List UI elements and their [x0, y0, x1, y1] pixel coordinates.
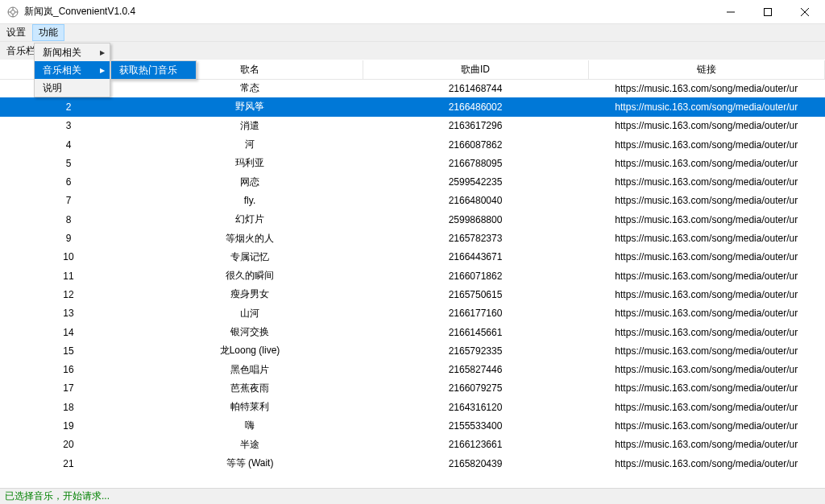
- cell-idx: 17: [0, 379, 137, 398]
- table-row[interactable]: 8幻灯片2599868800https://music.163.com/song…: [0, 210, 825, 229]
- cell-idx: 21: [0, 454, 137, 473]
- menu-item-label: 新闻相关: [43, 46, 81, 60]
- cell-link: https://music.163.com/song/media/outer/u…: [588, 248, 825, 266]
- cell-id: 2164316120: [363, 398, 588, 416]
- cell-name: 山河: [137, 304, 363, 323]
- table-row[interactable]: 18帕特莱利2164316120https://music.163.com/so…: [0, 398, 825, 416]
- maximize-button[interactable]: [749, 0, 786, 24]
- music-table: 歌名 歌曲ID 链接 常态2161468744https://music.163…: [0, 60, 825, 488]
- cell-name: 嗨: [137, 416, 363, 435]
- table-row[interactable]: 6网恋2599542235https://music.163.com/song/…: [0, 172, 825, 191]
- cell-link: https://music.163.com/song/media/outer/u…: [588, 117, 825, 135]
- table-row[interactable]: 10专属记忆2166443671https://music.163.com/so…: [0, 248, 825, 266]
- table-row[interactable]: 19嗨2155533400https://music.163.com/song/…: [0, 416, 825, 435]
- table-row[interactable]: 13山河2166177160https://music.163.com/song…: [0, 304, 825, 323]
- cell-idx: 14: [0, 323, 137, 341]
- cell-name: 银河交换: [137, 323, 363, 341]
- table-row[interactable]: 常态2161468744https://music.163.com/song/m…: [0, 79, 825, 97]
- cell-idx: 3: [0, 117, 137, 135]
- table-row[interactable]: 17芭蕉夜雨2166079275https://music.163.com/so…: [0, 379, 825, 398]
- table-row[interactable]: 21等等 (Wait)2165820439https://music.163.c…: [0, 454, 825, 473]
- cell-id: 2166788095: [363, 154, 588, 172]
- chevron-right-icon: ▶: [100, 67, 105, 74]
- cell-id: 2165827446: [363, 360, 588, 378]
- cell-idx: 18: [0, 398, 137, 416]
- table-row[interactable]: 15龙Loong (live)2165792335https://music.1…: [0, 341, 825, 360]
- cell-id: 2165750615: [363, 285, 588, 304]
- cell-link: https://music.163.com/song/media/outer/u…: [588, 436, 825, 454]
- cell-link: https://music.163.com/song/media/outer/u…: [588, 341, 825, 360]
- secondary-bar: 音乐栏: [0, 42, 825, 60]
- menu-item-news[interactable]: 新闻相关 ▶: [35, 43, 110, 61]
- status-text: 已选择音乐，开始请求...: [5, 490, 110, 503]
- minimize-button[interactable]: [712, 0, 749, 24]
- cell-name: 消遣: [137, 117, 363, 135]
- cell-name: 帕特莱利: [137, 398, 363, 416]
- cell-id: 2165792335: [363, 341, 588, 360]
- table-row[interactable]: 2野风筝2166486002https://music.163.com/song…: [0, 97, 825, 116]
- cell-idx: 10: [0, 248, 137, 266]
- cell-id: 2166123661: [363, 436, 588, 454]
- cell-name: 常态: [137, 79, 363, 97]
- column-link[interactable]: 链接: [588, 60, 825, 79]
- table-row[interactable]: 11很久的瞬间2166071862https://music.163.com/s…: [0, 266, 825, 285]
- table-row[interactable]: 7fly.2166480040https://music.163.com/son…: [0, 192, 825, 210]
- table-row[interactable]: 9等烟火的人2165782373https://music.163.com/so…: [0, 229, 825, 247]
- menu-item-label: 音乐相关: [43, 64, 81, 77]
- table-row[interactable]: 5玛利亚2166788095https://music.163.com/song…: [0, 154, 825, 172]
- cell-idx: 2: [0, 97, 137, 116]
- close-button[interactable]: [786, 0, 823, 24]
- submenu-item-fetch-hot-music[interactable]: 获取热门音乐: [111, 61, 196, 79]
- table-row[interactable]: 12瘦身男女2165750615https://music.163.com/so…: [0, 285, 825, 304]
- cell-link: https://music.163.com/song/media/outer/u…: [588, 360, 825, 378]
- table-row[interactable]: 3消遣2163617296https://music.163.com/song/…: [0, 117, 825, 135]
- cell-link: https://music.163.com/song/media/outer/u…: [588, 135, 825, 154]
- dropdown-menu: 新闻相关 ▶ 音乐相关 ▶ 说明: [34, 43, 110, 97]
- cell-name: 专属记忆: [137, 248, 363, 266]
- cell-id: 2165820439: [363, 454, 588, 473]
- cell-id: 2165782373: [363, 229, 588, 247]
- menu-functions[interactable]: 功能: [32, 24, 64, 41]
- cell-name: 野风筝: [137, 97, 363, 116]
- cell-link: https://music.163.com/song/media/outer/u…: [588, 304, 825, 323]
- secondary-bar-label: 音乐栏: [6, 44, 35, 58]
- table-row[interactable]: 16黑色唱片2165827446https://music.163.com/so…: [0, 360, 825, 378]
- cell-link: https://music.163.com/song/media/outer/u…: [588, 416, 825, 435]
- menu-item-music[interactable]: 音乐相关 ▶: [35, 61, 110, 79]
- cell-id: 2166443671: [363, 248, 588, 266]
- submenu-item-label: 获取热门音乐: [119, 64, 177, 77]
- cell-idx: 20: [0, 436, 137, 454]
- cell-name: 很久的瞬间: [137, 266, 363, 285]
- cell-link: https://music.163.com/song/media/outer/u…: [588, 97, 825, 116]
- cell-idx: 12: [0, 285, 137, 304]
- cell-name: 黑色唱片: [137, 360, 363, 378]
- cell-name: 龙Loong (live): [137, 341, 363, 360]
- app-icon: [6, 6, 19, 19]
- svg-point-1: [11, 10, 15, 14]
- cell-link: https://music.163.com/song/media/outer/u…: [588, 398, 825, 416]
- cell-id: 2163617296: [363, 117, 588, 135]
- cell-link: https://music.163.com/song/media/outer/u…: [588, 154, 825, 172]
- statusbar: 已选择音乐，开始请求...: [0, 488, 825, 504]
- menu-item-about[interactable]: 说明: [35, 79, 110, 97]
- cell-id: 2155533400: [363, 416, 588, 435]
- chevron-right-icon: ▶: [100, 49, 105, 56]
- cell-link: https://music.163.com/song/media/outer/u…: [588, 210, 825, 229]
- cell-name: 幻灯片: [137, 210, 363, 229]
- cell-link: https://music.163.com/song/media/outer/u…: [588, 454, 825, 473]
- cell-idx: 8: [0, 210, 137, 229]
- cell-idx: 4: [0, 135, 137, 154]
- table-row[interactable]: 14银河交换2166145661https://music.163.com/so…: [0, 323, 825, 341]
- table-row[interactable]: 20半途2166123661https://music.163.com/song…: [0, 436, 825, 454]
- cell-name: 网恋: [137, 172, 363, 191]
- cell-id: 2599868800: [363, 210, 588, 229]
- table-row[interactable]: 4河2166087862https://music.163.com/song/m…: [0, 135, 825, 154]
- column-songid[interactable]: 歌曲ID: [363, 60, 588, 79]
- cell-link: https://music.163.com/song/media/outer/u…: [588, 192, 825, 210]
- menu-settings[interactable]: 设置: [0, 24, 32, 41]
- cell-link: https://music.163.com/song/media/outer/u…: [588, 285, 825, 304]
- cell-idx: 9: [0, 229, 137, 247]
- cell-id: 2166486002: [363, 97, 588, 116]
- cell-id: 2166079275: [363, 379, 588, 398]
- cell-id: 2166480040: [363, 192, 588, 210]
